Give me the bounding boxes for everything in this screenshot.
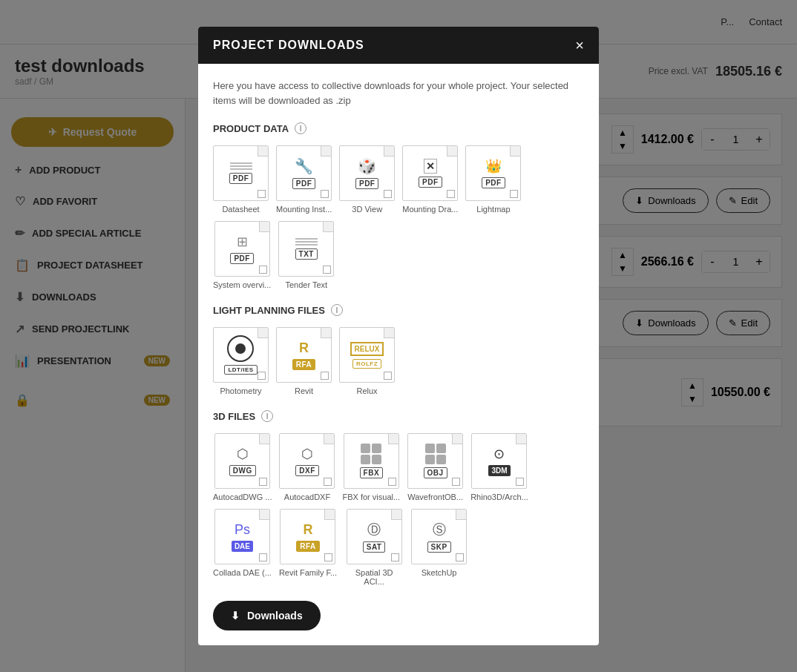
file-icon-autocad-dxf[interactable]: ⬡ DXF <box>279 433 335 489</box>
fi-badge-pdf-3: PDF <box>355 178 379 189</box>
checkbox-tender-text[interactable] <box>323 266 331 274</box>
checkbox-photometry[interactable] <box>258 372 266 380</box>
file-item-sketchup[interactable]: Ⓢ SKP SketchUp <box>411 509 467 586</box>
file-item-spatial-3d[interactable]: Ⓓ SAT Spatial 3D ACI... <box>344 509 404 586</box>
fi-badge-dwg: DWG <box>229 465 256 476</box>
file-icon-wavefront-obj[interactable]: OBJ <box>407 433 463 489</box>
file-item-rhino3d[interactable]: ⊙ 3DM Rhino3D/Arch... <box>470 433 528 501</box>
file-label-photometry: Photometry <box>220 386 261 395</box>
obj-grid-cell <box>425 455 435 464</box>
file-icon-collada-dae[interactable]: Ps DAE <box>214 509 270 564</box>
checkbox-3d-view[interactable] <box>384 190 392 198</box>
fi-badge-pdf-2: PDF <box>292 178 316 189</box>
file-icon-rhino3d[interactable]: ⊙ 3DM <box>471 433 527 489</box>
light-planning-grid: LDT/IES Photometry R RFA <box>213 327 584 395</box>
checkbox-autocad-dwg[interactable] <box>259 478 267 486</box>
file-icon-datasheet[interactable]: PDF <box>213 145 269 201</box>
file-item-system-overvi[interactable]: ⊞ PDF System overvi... <box>213 221 271 289</box>
file-icon-tender-text[interactable]: TXT <box>278 221 334 277</box>
file-item-mounting-dra[interactable]: ✕ PDF Mounting Dra... <box>402 145 458 214</box>
fi-line <box>295 241 318 243</box>
file-item-revit-family[interactable]: R RFA Revit Family F... <box>279 509 337 586</box>
modal-downloads-button[interactable]: ⬇ Downloads <box>213 601 321 630</box>
file-item-relux[interactable]: RELUX ROLFZ Relux <box>339 327 395 395</box>
fi-content-datasheet: PDF <box>229 162 253 184</box>
file-icon-revit[interactable]: R RFA <box>276 327 332 383</box>
info-icon-product-data[interactable]: i <box>295 122 306 134</box>
checkbox-revit-family[interactable] <box>324 553 332 561</box>
fi-badge-skp: SKP <box>427 541 451 553</box>
wrench-icon: 🔧 <box>295 157 313 175</box>
file-item-lightmap[interactable]: 👑 PDF Lightmap <box>465 145 521 214</box>
fi-content-spatial-3d: Ⓓ SAT <box>363 521 386 553</box>
file-label-autocad-dxf: AutocadDXF <box>284 493 330 501</box>
fi-badge-rfa: RFA <box>292 359 316 370</box>
corner-rhino3d <box>516 434 526 444</box>
modal-description: Here you have access to collective downl… <box>213 79 584 108</box>
checkbox-datasheet[interactable] <box>258 190 266 198</box>
revit-r-icon-2: R <box>303 522 312 538</box>
file-item-fbx[interactable]: FBX FBX for visual... <box>342 433 400 501</box>
file-icon-fbx[interactable]: FBX <box>344 433 399 489</box>
checkbox-relux[interactable] <box>384 372 392 380</box>
autocad-dxf-symbol-icon: ⬡ <box>301 446 313 462</box>
checkbox-rhino3d[interactable] <box>516 478 524 486</box>
file-icon-autocad-dwg[interactable]: ⬡ DWG <box>214 433 270 489</box>
file-label-fbx: FBX for visual... <box>342 493 400 501</box>
fi-badge-dxf: DXF <box>295 465 319 476</box>
file-item-autocad-dxf[interactable]: ⬡ DXF AutocadDXF <box>279 433 335 501</box>
file-icon-photometry[interactable]: LDT/IES <box>213 327 269 383</box>
file-item-wavefront-obj[interactable]: OBJ WavefrontOB... <box>407 433 463 501</box>
checkbox-system-overvi[interactable] <box>259 266 267 274</box>
modal-close-button[interactable]: × <box>575 38 584 53</box>
section-product-data: PRODUCT DATA i <box>213 122 584 134</box>
obj-grid-cell <box>436 455 446 464</box>
info-icon-light-planning[interactable]: i <box>331 304 343 316</box>
checkbox-spatial-3d[interactable] <box>391 553 399 561</box>
info-icon-3d-files[interactable]: i <box>261 410 273 422</box>
corner-mounting-dra <box>447 146 457 157</box>
checkbox-mounting-inst[interactable] <box>321 190 329 198</box>
3d-files-grid: ⬡ DWG AutocadDWG ... ⬡ <box>213 433 584 586</box>
file-item-tender-text[interactable]: TXT Tender Text <box>278 221 334 289</box>
checkbox-revit[interactable] <box>321 372 329 380</box>
fi-badge-txt: TXT <box>295 248 318 260</box>
file-icon-spatial-3d[interactable]: Ⓓ SAT <box>347 509 402 564</box>
photoshop-ps-icon: Ps <box>234 522 250 538</box>
file-icon-sketchup[interactable]: Ⓢ SKP <box>411 509 467 564</box>
checkbox-fbx[interactable] <box>388 478 396 486</box>
photometry-circle-icon <box>227 335 254 362</box>
obj-grid-icon <box>425 444 446 464</box>
file-item-mounting-inst[interactable]: 🔧 PDF Mounting Inst... <box>276 145 332 214</box>
file-icon-mounting-inst[interactable]: 🔧 PDF <box>276 145 332 201</box>
checkbox-collada-dae[interactable] <box>259 553 267 561</box>
file-icon-system-overvi[interactable]: ⊞ PDF <box>214 221 270 277</box>
file-icon-mounting-dra[interactable]: ✕ PDF <box>402 145 458 201</box>
file-item-autocad-dwg[interactable]: ⬡ DWG AutocadDWG ... <box>213 433 272 501</box>
file-item-revit[interactable]: R RFA Revit <box>276 327 332 395</box>
corner-relux <box>384 328 394 338</box>
file-label-3d-view: 3D View <box>352 205 382 214</box>
file-icon-3d-view[interactable]: 🎲 PDF <box>339 145 395 201</box>
file-label-rhino3d: Rhino3D/Arch... <box>470 493 528 501</box>
x-mark-icon: ✕ <box>424 159 437 174</box>
fbx-grid-cell <box>372 455 381 464</box>
checkbox-autocad-dxf[interactable] <box>324 478 332 486</box>
file-label-relux: Relux <box>356 386 377 395</box>
file-icon-lightmap[interactable]: 👑 PDF <box>465 145 521 201</box>
file-label-lightmap: Lightmap <box>476 205 510 214</box>
checkbox-sketchup[interactable] <box>456 553 464 561</box>
fi-content-relux: RELUX ROLFZ <box>350 342 384 369</box>
file-icon-relux[interactable]: RELUX ROLFZ <box>339 327 395 383</box>
file-label-tender-text: Tender Text <box>285 280 327 289</box>
modal-project-downloads: PROJECT DOWNLOADS × Here you have access… <box>198 27 599 645</box>
file-item-3d-view[interactable]: 🎲 PDF 3D View <box>339 145 395 214</box>
file-item-photometry[interactable]: LDT/IES Photometry <box>213 327 269 395</box>
checkbox-lightmap[interactable] <box>510 190 518 198</box>
checkbox-mounting-dra[interactable] <box>447 190 455 198</box>
modal-download-icon: ⬇ <box>231 610 240 622</box>
file-icon-revit-family[interactable]: R RFA <box>280 509 335 564</box>
checkbox-wavefront-obj[interactable] <box>452 478 460 486</box>
file-item-collada-dae[interactable]: Ps DAE Collada DAE (... <box>213 509 272 586</box>
file-item-datasheet[interactable]: PDF Datasheet <box>213 145 269 214</box>
